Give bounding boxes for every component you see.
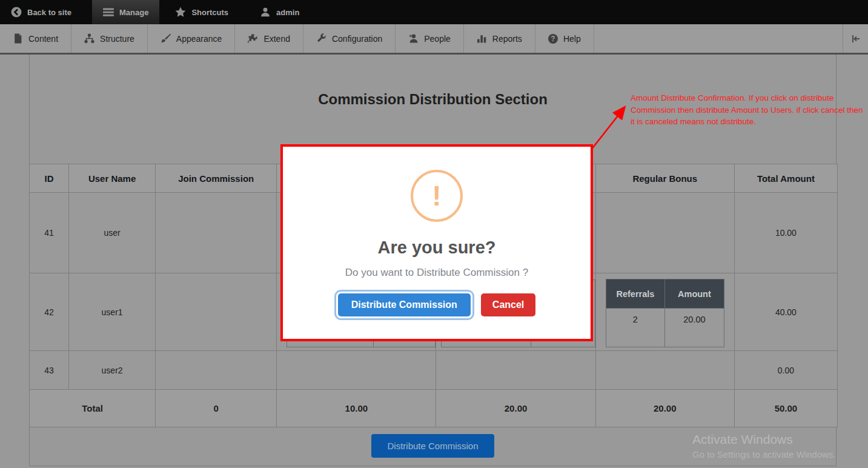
menu-item-configuration[interactable]: Configuration [303,24,396,53]
header-regular-bonus: Regular Bonus [595,164,734,193]
toolbar-orientation-toggle[interactable] [843,24,868,53]
total-regular-bonus: 20.00 [595,390,734,427]
table-row: 43 user2 0.00 [30,351,838,390]
header-join-commission: Join Commission [156,164,277,193]
collapse-left-icon [850,34,861,44]
watermark-line2: Go to Settings to activate Windows. [692,449,836,460]
hamburger-icon [103,7,114,18]
tab-manage[interactable]: Manage [92,0,159,24]
shortcuts-label: Shortcuts [191,8,228,17]
person-icon [408,33,419,44]
admin-user-label: admin [276,8,299,17]
menu-label: Extend [263,34,290,44]
menu-label: Configuration [332,34,382,44]
confirm-dialog: ! Are you sure? Do you want to Distribut… [280,144,593,341]
header-user-name: User Name [69,164,156,193]
cell-id: 43 [30,351,69,390]
menu-item-reports[interactable]: Reports [464,24,535,53]
menu-label: Reports [492,34,522,44]
subtable-referrals-value: 2 [606,309,665,347]
menu-label: Help [563,34,581,44]
total-col4: 10.00 [277,390,436,427]
bar-chart-icon [477,33,487,44]
distribute-commission-button[interactable]: Distribute Commission [371,434,494,458]
subtable-header-referrals: Referrals [606,279,665,309]
cell-user-name: user1 [69,273,156,351]
back-circle-icon [11,7,22,18]
watermark-line1: Activate Windows [692,432,836,447]
cell-total-amount: 40.00 [734,273,837,351]
annotation-note: Amount Distribute Confirmation. If you c… [631,92,868,128]
menu-item-content[interactable]: Content [0,24,71,53]
dialog-buttons: Distribute Commission Cancel [338,293,536,316]
menu-item-extend[interactable]: Extend [235,24,303,53]
sitemap-icon [84,33,94,44]
manage-label: Manage [119,8,148,17]
star-icon [175,7,186,18]
menu-label: People [424,34,451,44]
regular-bonus-subtable: Referrals Amount 2 20.00 [606,279,724,347]
header-total-amount: Total Amount [734,164,837,193]
total-amount: 50.00 [734,390,837,427]
cell-user-name: user [69,193,156,273]
menu-item-appearance[interactable]: Appearance [148,24,236,53]
windows-watermark: Activate Windows Go to Settings to activ… [692,432,836,460]
admin-menubar: Content Structure Appearance Extend Conf… [0,24,868,55]
warning-icon: ! [411,170,463,222]
cell-total-amount: 10.00 [734,193,837,273]
subtable-header-amount: Amount [665,279,724,309]
header-id: ID [30,164,69,193]
total-label: Total [30,390,156,427]
back-to-site-label: Back to site [27,8,71,17]
tab-admin-user[interactable]: admin [249,0,310,24]
total-join-commission: 0 [156,390,277,427]
question-icon [548,34,558,44]
puzzle-icon [248,33,258,44]
cell-total-amount: 0.00 [734,351,837,390]
subtable-amount-value: 20.00 [665,309,724,347]
exclamation-glyph: ! [432,182,441,210]
tab-shortcuts[interactable]: Shortcuts [164,0,239,24]
cell-id: 41 [30,193,69,273]
wrench-icon [316,33,326,44]
back-to-site-button[interactable]: Back to site [0,0,82,24]
dialog-message: Do you want to Distribute Commission ? [345,267,528,279]
menu-item-people[interactable]: People [396,24,464,53]
cell-id: 42 [30,273,69,351]
menu-label: Appearance [176,34,222,44]
document-icon [13,33,23,44]
total-col5: 20.00 [436,390,595,427]
menu-item-help[interactable]: Help [535,24,594,53]
cell-user-name: user2 [69,351,156,390]
menu-label: Structure [100,34,134,44]
menu-item-structure[interactable]: Structure [71,24,148,53]
dialog-title: Are you sure? [378,238,496,258]
confirm-distribute-button[interactable]: Distribute Commission [338,293,471,316]
user-icon [260,7,271,18]
table-total-row: Total 0 10.00 20.00 20.00 50.00 [30,390,838,427]
cancel-button[interactable]: Cancel [481,293,535,316]
menu-label: Content [28,34,58,44]
admin-toolbar: Back to site Manage Shortcuts admin [0,0,868,24]
paintbrush-icon [161,33,171,44]
